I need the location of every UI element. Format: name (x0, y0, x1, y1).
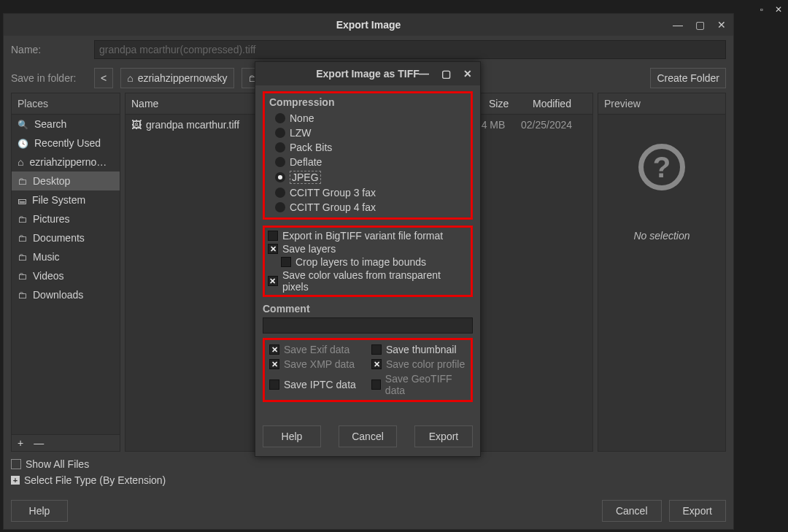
radio-icon (275, 128, 285, 138)
folder-icon (18, 289, 27, 301)
compression-deflate[interactable]: Deflate (269, 155, 466, 169)
export-tiff-dialog: Export Image as TIFF — ▢ ✕ Compression N… (255, 61, 481, 457)
tiff-cancel-button[interactable]: Cancel (339, 425, 397, 447)
radio-icon (275, 142, 285, 153)
radio-icon (275, 157, 285, 167)
app-close-icon[interactable]: ✕ (775, 4, 782, 15)
comment-section: Comment (263, 303, 473, 334)
metadata-section: Save Exif data Save thumbnail Save XMP d… (263, 338, 473, 402)
main-close-button[interactable]: ✕ (713, 17, 730, 33)
opt-save-color-profile[interactable]: Save color profile (371, 358, 466, 371)
show-all-checkbox[interactable] (11, 459, 21, 469)
checkbox-icon (281, 257, 291, 267)
name-label: Name: (11, 44, 87, 55)
tiff-export-button[interactable]: Export (414, 425, 473, 447)
show-all-files-row[interactable]: Show All Files (11, 456, 726, 472)
compression-ccitt4[interactable]: CCITT Group 4 fax (269, 200, 466, 215)
places-add-button[interactable]: + (18, 437, 23, 449)
places-item-downloads[interactable]: Downloads (12, 285, 120, 304)
main-help-button[interactable]: Help (11, 500, 68, 522)
home-icon (127, 72, 133, 84)
places-item-videos[interactable]: Videos (12, 266, 120, 285)
compression-ccitt3[interactable]: CCITT Group 3 fax (269, 185, 466, 200)
app-titlebar-icons: ▫ ✕ (760, 4, 782, 15)
radio-icon (275, 188, 285, 198)
file-modified: 02/25/2024 (521, 119, 587, 131)
tiff-maximize-button[interactable]: ▢ (438, 66, 454, 81)
app-minimize-icon[interactable]: ▫ (760, 4, 763, 15)
col-mod-header[interactable]: Modified (527, 93, 592, 114)
question-icon: ? (638, 144, 685, 190)
comment-input[interactable] (263, 317, 473, 334)
checkbox-icon (268, 244, 278, 254)
main-cancel-button[interactable]: Cancel (602, 500, 662, 522)
opt-bigtiff[interactable]: Export in BigTIFF variant file format (268, 229, 468, 242)
compression-none[interactable]: None (269, 111, 466, 126)
radio-icon (275, 113, 285, 123)
expand-icon[interactable]: + (11, 476, 20, 485)
checkbox-icon (268, 231, 278, 241)
comment-header: Comment (263, 303, 473, 315)
tiff-titlebar: Export Image as TIFF — ▢ ✕ (255, 62, 480, 85)
places-item-recent[interactable]: Recently Used (12, 134, 120, 153)
main-maximize-button[interactable]: ▢ (691, 17, 708, 33)
checkbox-icon (268, 276, 278, 286)
places-list: Search Recently Used ezriahzipperno… Des… (12, 115, 120, 434)
search-icon (18, 118, 28, 130)
folder-icon (18, 251, 27, 263)
places-item-desktop[interactable]: Desktop (12, 171, 120, 190)
radio-icon (275, 172, 285, 182)
checkbox-icon (371, 344, 382, 355)
opt-save-layers[interactable]: Save layers (268, 242, 468, 255)
folder-icon (18, 213, 27, 225)
places-item-home[interactable]: ezriahzipperno… (12, 153, 120, 171)
places-header: Places (12, 93, 120, 115)
drive-icon (18, 194, 26, 206)
create-folder-button[interactable]: Create Folder (650, 68, 726, 88)
folder-icon (18, 232, 27, 244)
main-title: Export Image (336, 19, 401, 31)
compression-header: Compression (269, 96, 466, 108)
tiff-close-button[interactable]: ✕ (460, 66, 476, 81)
layer-options-section: Export in BigTIFF variant file format Sa… (263, 225, 473, 297)
places-remove-button[interactable]: — (34, 437, 44, 449)
places-item-filesystem[interactable]: File System (12, 190, 120, 209)
places-item-documents[interactable]: Documents (12, 228, 120, 247)
no-selection-label: No selection (633, 230, 690, 242)
compression-packbits[interactable]: Pack Bits (269, 140, 466, 155)
folder-icon (18, 270, 27, 282)
opt-crop-layers[interactable]: Crop layers to image bounds (268, 255, 468, 269)
tiff-help-button[interactable]: Help (263, 425, 321, 447)
select-file-type-row[interactable]: + Select File Type (By Extension) (11, 472, 726, 488)
home-icon (18, 156, 23, 168)
checkbox-icon (269, 344, 279, 355)
checkbox-icon (371, 379, 381, 390)
compression-lzw[interactable]: LZW (269, 126, 466, 140)
tiff-minimize-button[interactable]: — (416, 66, 432, 81)
radio-icon (275, 202, 285, 212)
opt-save-thumbnail[interactable]: Save thumbnail (371, 343, 466, 356)
compression-jpeg[interactable]: JPEG (269, 169, 466, 185)
compression-section: Compression None LZW Pack Bits Deflate J… (263, 91, 473, 220)
path-user-button[interactable]: ezriahzippernowsky (120, 68, 233, 88)
clock-icon (18, 137, 28, 149)
folder-icon (18, 175, 27, 187)
path-back-button[interactable]: < (94, 68, 113, 88)
opt-save-exif[interactable]: Save Exif data (269, 343, 364, 356)
opt-save-xmp[interactable]: Save XMP data (269, 358, 364, 371)
opt-transparent-pixels[interactable]: Save color values from transparent pixel… (268, 269, 468, 293)
preview-header: Preview (598, 93, 725, 115)
select-type-label: Select File Type (By Extension) (24, 474, 166, 486)
col-size-header[interactable]: Size (483, 93, 527, 114)
preview-panel: Preview ? No selection (598, 93, 726, 452)
main-export-button[interactable]: Export (669, 500, 726, 522)
opt-save-iptc[interactable]: Save IPTC data (269, 372, 364, 397)
places-item-pictures[interactable]: Pictures (12, 209, 120, 228)
image-icon: 🖼 (131, 119, 142, 131)
main-minimize-button[interactable]: — (669, 17, 687, 33)
filename-input[interactable] (94, 40, 726, 59)
places-item-music[interactable]: Music (12, 247, 120, 266)
opt-save-geotiff[interactable]: Save GeoTIFF data (371, 372, 466, 397)
places-item-search[interactable]: Search (12, 115, 120, 134)
checkbox-icon (371, 359, 382, 369)
